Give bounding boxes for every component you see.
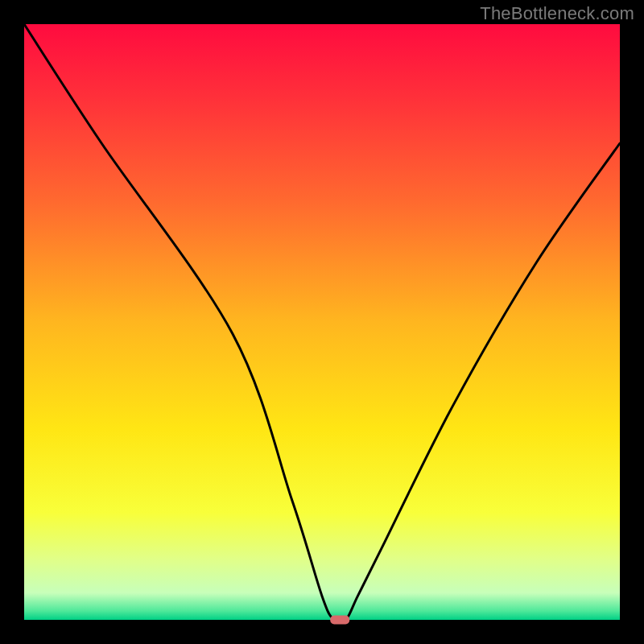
chart-frame: TheBottleneck.com (0, 0, 644, 644)
plot-background (24, 24, 620, 620)
bottleneck-chart (0, 0, 644, 644)
optimum-marker (330, 616, 349, 625)
